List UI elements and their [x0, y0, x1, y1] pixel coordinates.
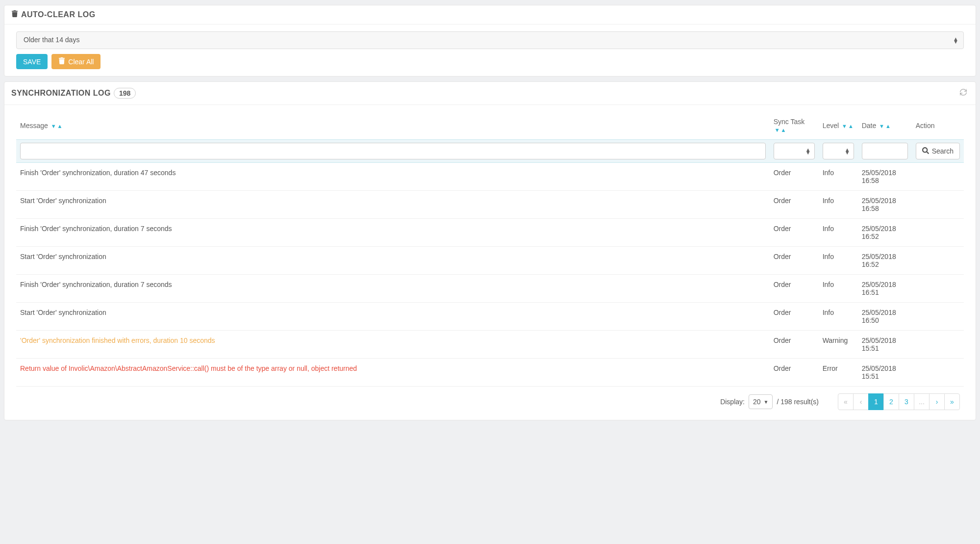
search-icon [922, 147, 929, 155]
col-header-date[interactable]: Date ▼▲ [858, 112, 912, 140]
cell-date: 25/05/2018 16:51 [858, 275, 912, 303]
filter-message-input[interactable] [20, 143, 766, 159]
per-page-value: 20 [753, 398, 761, 406]
sort-icon[interactable]: ▼▲ [842, 123, 854, 129]
filter-level-select[interactable]: ▲▼ [823, 143, 854, 159]
sort-icon[interactable]: ▼▲ [51, 123, 63, 129]
cell-action [912, 247, 964, 275]
filter-sync-task-select[interactable]: ▲▼ [774, 143, 815, 159]
table-row: 'Order' synchronization finished with er… [16, 331, 964, 359]
auto-clear-log-header: AUTO-CLEAR LOG [4, 5, 976, 25]
cell-message: Finish 'Order' synchronization, duration… [16, 163, 770, 191]
page-next-button[interactable]: › [929, 393, 945, 410]
sort-icon[interactable]: ▼▲ [775, 127, 786, 133]
auto-clear-select[interactable]: Older that 14 days ▲▼ [16, 31, 964, 49]
filter-date-input[interactable] [862, 143, 908, 159]
cell-message: Start 'Order' synchronization [16, 303, 770, 331]
cell-level: Info [819, 163, 858, 191]
cell-action [912, 275, 964, 303]
page-prev-button[interactable]: ‹ [853, 393, 869, 410]
sync-log-body: Message ▼▲ Sync Task ▼▲ Level ▼▲ Date ▼▲ [4, 105, 976, 420]
sync-log-header: SYNCHRONIZATION LOG 198 [4, 82, 976, 105]
refresh-button[interactable] [958, 87, 969, 100]
caret-down-icon: ▼ [764, 399, 769, 405]
cell-date: 25/05/2018 15:51 [858, 331, 912, 359]
display-label: Display: [720, 398, 745, 406]
save-button[interactable]: SAVE [16, 54, 48, 69]
cell-sync-task: Order [770, 275, 819, 303]
col-header-action: Action [912, 112, 964, 140]
cell-sync-task: Order [770, 303, 819, 331]
col-header-message[interactable]: Message ▼▲ [16, 112, 770, 140]
auto-clear-log-panel: AUTO-CLEAR LOG Older that 14 days ▲▼ SAV… [4, 5, 976, 77]
cell-date: 25/05/2018 15:51 [858, 359, 912, 387]
cell-date: 25/05/2018 16:58 [858, 163, 912, 191]
table-row: Finish 'Order' synchronization, duration… [16, 163, 964, 191]
clear-all-button[interactable]: Clear All [51, 54, 101, 69]
page-first-button[interactable]: « [838, 393, 854, 410]
cell-date: 25/05/2018 16:52 [858, 219, 912, 247]
cell-sync-task: Order [770, 247, 819, 275]
cell-date: 25/05/2018 16:52 [858, 247, 912, 275]
auto-clear-log-body: Older that 14 days ▲▼ SAVE Clear All [4, 25, 976, 76]
cell-action [912, 191, 964, 219]
page-last-button[interactable]: » [944, 393, 960, 410]
sort-icon[interactable]: ▼▲ [879, 123, 891, 129]
cell-message: Start 'Order' synchronization [16, 191, 770, 219]
cell-message: Start 'Order' synchronization [16, 247, 770, 275]
cell-action [912, 163, 964, 191]
cell-action [912, 303, 964, 331]
col-header-level[interactable]: Level ▼▲ [819, 112, 858, 140]
cell-level: Error [819, 359, 858, 387]
search-button-label: Search [932, 147, 954, 155]
table-row: Return value of Involic\Amazon\AbstractA… [16, 359, 964, 387]
cell-level: Info [819, 219, 858, 247]
sync-log-title: SYNCHRONIZATION LOG [11, 89, 111, 98]
cell-date: 25/05/2018 16:58 [858, 191, 912, 219]
cell-action [912, 219, 964, 247]
col-header-sync-task[interactable]: Sync Task ▼▲ [770, 112, 819, 140]
cell-sync-task: Order [770, 331, 819, 359]
table-row: Finish 'Order' synchronization, duration… [16, 275, 964, 303]
pagination: «‹123...›» [838, 393, 960, 410]
trash-icon [58, 57, 65, 66]
page-number-button[interactable]: 3 [899, 393, 914, 410]
select-caret-icon: ▲▼ [805, 148, 811, 154]
per-page-select[interactable]: 20 ▼ [749, 394, 773, 409]
auto-clear-log-title: AUTO-CLEAR LOG [21, 10, 96, 19]
cell-message: 'Order' synchronization finished with er… [16, 331, 770, 359]
cell-message: Finish 'Order' synchronization, duration… [16, 275, 770, 303]
table-row: Start 'Order' synchronizationOrderInfo25… [16, 247, 964, 275]
results-text: / 198 result(s) [777, 398, 819, 406]
table-header-row: Message ▼▲ Sync Task ▼▲ Level ▼▲ Date ▼▲ [16, 112, 964, 140]
auto-clear-buttons: SAVE Clear All [16, 54, 964, 69]
table-footer: Display: 20 ▼ / 198 result(s) «‹123...›» [16, 387, 964, 413]
save-button-label: SAVE [23, 58, 41, 66]
select-caret-icon: ▲▼ [845, 148, 850, 154]
cell-action [912, 331, 964, 359]
search-button[interactable]: Search [916, 143, 960, 159]
select-caret-icon: ▲▼ [953, 37, 958, 43]
cell-level: Info [819, 247, 858, 275]
page-ellipsis: ... [914, 393, 930, 410]
cell-sync-task: Order [770, 359, 819, 387]
trash-icon [11, 10, 18, 19]
cell-sync-task: Order [770, 191, 819, 219]
cell-sync-task: Order [770, 219, 819, 247]
filter-row: ▲▼ ▲▼ [16, 140, 964, 163]
cell-level: Warning [819, 331, 858, 359]
sync-log-count-badge: 198 [114, 88, 136, 99]
refresh-icon [960, 89, 967, 97]
cell-message: Return value of Involic\Amazon\AbstractA… [16, 359, 770, 387]
clear-all-button-label: Clear All [68, 58, 94, 66]
page-number-button[interactable]: 2 [883, 393, 899, 410]
cell-level: Info [819, 191, 858, 219]
cell-date: 25/05/2018 16:50 [858, 303, 912, 331]
cell-level: Info [819, 303, 858, 331]
table-row: Finish 'Order' synchronization, duration… [16, 219, 964, 247]
cell-level: Info [819, 275, 858, 303]
cell-sync-task: Order [770, 163, 819, 191]
cell-action [912, 359, 964, 387]
page-number-button[interactable]: 1 [868, 393, 884, 410]
table-row: Start 'Order' synchronizationOrderInfo25… [16, 191, 964, 219]
